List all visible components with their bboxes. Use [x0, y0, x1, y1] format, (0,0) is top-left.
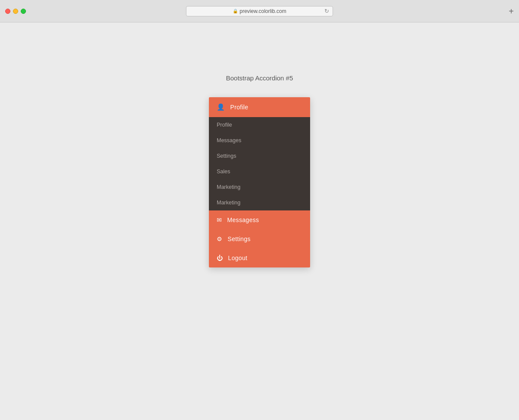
accordion-header-settings[interactable]: ⚙ Settings — [209, 229, 310, 248]
page-content: Bootstrap Accordion #5 👤 Profile Profile… — [0, 22, 519, 420]
browser-chrome: 🔒 preview.colorlib.com ↻ + — [0, 0, 519, 22]
panel-item-messages[interactable]: Messages — [209, 133, 310, 148]
accordion-label-logout: Logout — [228, 255, 247, 261]
accordion-label-profile: Profile — [230, 104, 248, 111]
user-icon: 👤 — [217, 103, 225, 111]
new-tab-button[interactable]: + — [509, 7, 514, 16]
reload-icon[interactable]: ↻ — [324, 8, 329, 14]
url-text: preview.colorlib.com — [240, 8, 286, 14]
accordion-widget: 👤 Profile Profile Messages Settings Sale… — [209, 97, 310, 267]
panel-item-profile[interactable]: Profile — [209, 117, 310, 133]
power-icon: ⏻ — [217, 255, 223, 261]
traffic-lights — [5, 9, 26, 14]
accordion-header-logout[interactable]: ⏻ Logout — [209, 248, 310, 267]
gear-icon: ⚙ — [217, 235, 222, 242]
accordion-label-settings: Settings — [227, 235, 250, 242]
accordion-header-messages[interactable]: ✉ Messagess — [209, 210, 310, 229]
page-title: Bootstrap Accordion #5 — [226, 74, 293, 82]
close-button[interactable] — [5, 9, 10, 14]
panel-item-settings[interactable]: Settings — [209, 148, 310, 164]
panel-item-marketing-1[interactable]: Marketing — [209, 179, 310, 195]
accordion-panel-profile: Profile Messages Settings Sales Marketin… — [209, 117, 310, 210]
panel-item-marketing-2[interactable]: Marketing — [209, 195, 310, 210]
accordion-header-profile[interactable]: 👤 Profile — [209, 97, 310, 117]
address-bar[interactable]: 🔒 preview.colorlib.com ↻ — [186, 6, 333, 16]
envelope-icon: ✉ — [217, 216, 222, 223]
minimize-button[interactable] — [13, 9, 18, 14]
lock-icon: 🔒 — [233, 9, 238, 13]
panel-item-sales[interactable]: Sales — [209, 164, 310, 179]
accordion-label-messages: Messagess — [227, 216, 259, 223]
maximize-button[interactable] — [21, 9, 26, 14]
